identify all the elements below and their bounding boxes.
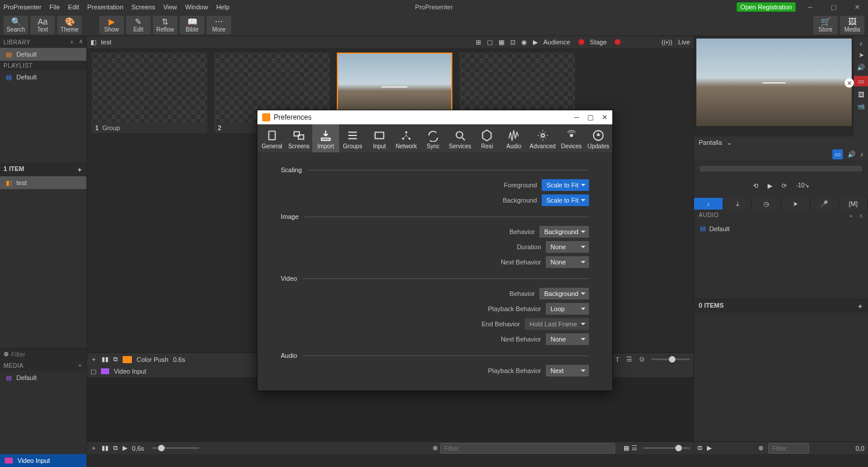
library-item-default[interactable]: ▤ Default: [0, 48, 86, 61]
vi-zoom-slider[interactable]: [643, 447, 690, 449]
view-icon-1[interactable]: ⊞: [476, 39, 481, 46]
view-icon-4[interactable]: ⊡: [510, 39, 515, 46]
registration-badge[interactable]: Open Registration: [737, 2, 796, 12]
tab-timer-icon[interactable]: ◷: [752, 198, 781, 210]
dd-vid-end[interactable]: Hold Last Frame: [525, 318, 589, 330]
transition-icon[interactable]: ⧉: [113, 356, 118, 363]
edit-button[interactable]: ✎Edit: [126, 16, 151, 34]
tab-import[interactable]: Import: [312, 124, 339, 152]
view-icon-5[interactable]: ◉: [521, 39, 527, 46]
add-item-icon[interactable]: ＋: [76, 165, 83, 174]
tab-screens[interactable]: Screens: [285, 124, 312, 152]
vi-expand-icon[interactable]: ▢: [90, 368, 96, 375]
tab-network[interactable]: Network: [393, 124, 420, 152]
list-view-icon[interactable]: ☰: [626, 356, 632, 363]
audio-item-default[interactable]: ▤ Default: [694, 222, 868, 235]
menu-screens[interactable]: Screens: [131, 4, 155, 11]
dd-foreground[interactable]: Scale to Fit: [542, 179, 589, 191]
minimize-button[interactable]: ─: [801, 2, 819, 12]
vi-trans-icon[interactable]: ⧉: [113, 444, 118, 452]
layout-split-icon[interactable]: ▮▮: [102, 356, 109, 363]
dd-img-duration[interactable]: None: [546, 241, 589, 253]
item-test[interactable]: ◧ test: [0, 176, 86, 189]
vi-split-icon[interactable]: ▮▮: [102, 444, 109, 452]
audience-label[interactable]: Audience: [543, 39, 570, 46]
media-item-default[interactable]: ▤ Default: [0, 371, 86, 384]
chevron-down-icon[interactable]: ⌄: [727, 139, 732, 147]
dd-img-next[interactable]: None: [546, 256, 589, 268]
tab-general[interactable]: General: [259, 124, 285, 152]
add-library-icon[interactable]: ＋: [69, 38, 75, 46]
add-media-icon[interactable]: ＋: [77, 361, 83, 370]
add-slide-icon[interactable]: ＋: [90, 355, 97, 364]
zoom-slider[interactable]: [651, 358, 690, 360]
output-label[interactable]: Pantalla: [699, 139, 722, 146]
dd-vid-next[interactable]: None: [546, 333, 589, 345]
modal-maximize-icon[interactable]: ▢: [587, 113, 594, 121]
view-icon-2[interactable]: ▢: [487, 39, 493, 46]
tab-advanced[interactable]: Advanced: [527, 124, 557, 152]
filter-input[interactable]: [11, 351, 92, 358]
tab-music-icon[interactable]: ♪: [694, 198, 723, 210]
live-label[interactable]: Live: [678, 39, 690, 46]
menu-file[interactable]: File: [50, 4, 60, 11]
out-audio-icon[interactable]: 🔊: [848, 151, 856, 158]
out-music-icon[interactable]: ♪: [860, 151, 864, 158]
play-icon[interactable]: ▶: [768, 182, 772, 190]
tab-input[interactable]: Input: [366, 124, 393, 152]
playlist-item-default[interactable]: ▤ Default: [0, 71, 86, 83]
layer-send-icon[interactable]: ➤: [859, 51, 864, 59]
vi-grid-icon[interactable]: ▦: [623, 444, 629, 452]
menu-view[interactable]: View: [163, 4, 177, 11]
layer-slide-icon[interactable]: ▭: [854, 76, 868, 86]
menu-edit[interactable]: Edit: [68, 4, 79, 11]
zero-add-icon[interactable]: ＋: [857, 302, 863, 311]
slide-1[interactable]: 1Group: [92, 53, 207, 133]
rf-play-icon[interactable]: ▶: [707, 444, 712, 452]
audio-collapse-icon[interactable]: ∧: [859, 212, 864, 219]
dd-background[interactable]: Scale to Fit: [542, 194, 589, 206]
vi-filter-input[interactable]: [440, 443, 615, 454]
bible-button[interactable]: 📖Bible: [180, 16, 204, 34]
skip-back-icon[interactable]: ⟲: [753, 182, 758, 190]
progress-bar[interactable]: [700, 166, 862, 172]
dd-vid-playback[interactable]: Loop: [546, 303, 589, 315]
tab-devices[interactable]: Devices: [558, 124, 585, 152]
dd-vid-behavior[interactable]: Background: [539, 288, 589, 299]
close-button[interactable]: ✕: [848, 2, 866, 12]
audio-add-icon[interactable]: ＋: [848, 212, 855, 219]
menu-help[interactable]: Help: [216, 4, 229, 11]
vi-slider[interactable]: [152, 447, 199, 449]
tab-groups[interactable]: Groups: [339, 124, 366, 152]
stage-label[interactable]: Stage: [590, 39, 607, 46]
tab-send-icon[interactable]: ➤: [781, 198, 810, 210]
rf-filter-input[interactable]: [768, 443, 809, 454]
tab-resi[interactable]: Resi: [473, 124, 500, 152]
rf-trans-icon[interactable]: ⧉: [698, 444, 702, 452]
play-slide-icon[interactable]: [123, 356, 132, 363]
menu-window[interactable]: Window: [185, 4, 208, 11]
reflow-button[interactable]: ⇅Reflow: [153, 16, 177, 34]
layer-video-icon[interactable]: 📹: [857, 103, 865, 110]
view-icon-3[interactable]: ▦: [499, 39, 504, 46]
view-icon-6[interactable]: ▶: [533, 39, 538, 46]
clear-preview-icon[interactable]: ✕: [845, 78, 854, 88]
jump-icon[interactable]: -10↘: [796, 182, 809, 190]
menu-presentation[interactable]: Presentation: [88, 4, 124, 11]
modal-minimize-icon[interactable]: ─: [574, 113, 579, 121]
layer-volume-icon[interactable]: 🔊: [857, 64, 865, 71]
modal-close-icon[interactable]: ✕: [602, 113, 608, 121]
out-screen-icon[interactable]: ▭: [832, 149, 843, 159]
vi-add-icon[interactable]: ＋: [90, 444, 97, 452]
store-button[interactable]: 🛒Store: [813, 16, 838, 34]
tab-mic-icon[interactable]: 🎤: [810, 198, 839, 210]
menu-propresenter[interactable]: ProPresenter: [4, 4, 41, 11]
theme-button[interactable]: 🎨Theme: [57, 16, 82, 34]
tab-updates[interactable]: Updates: [585, 124, 612, 152]
tab-services[interactable]: Services: [447, 124, 473, 152]
vi-play-icon[interactable]: ▶: [123, 444, 127, 452]
dd-img-behavior[interactable]: Background: [539, 226, 589, 238]
tab-sync[interactable]: Sync: [420, 124, 447, 152]
vi-list-icon[interactable]: ☰: [632, 444, 637, 452]
media-button[interactable]: 🖼Media: [840, 16, 864, 34]
